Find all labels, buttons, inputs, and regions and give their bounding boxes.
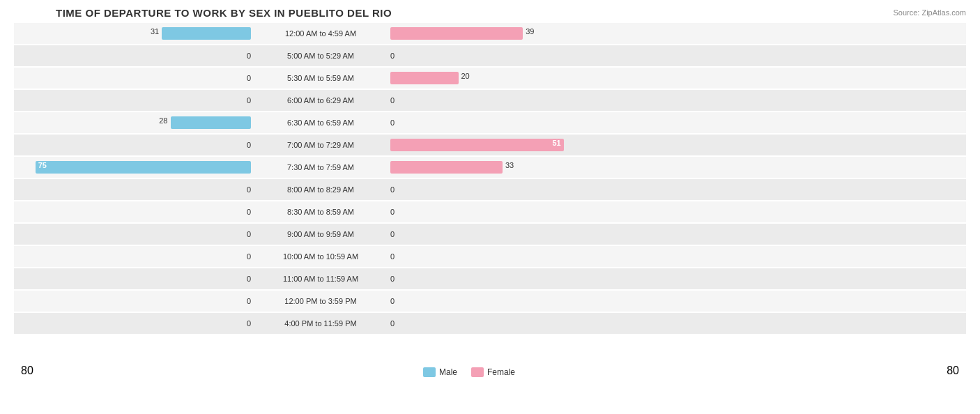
female-zero-value: 0 bbox=[390, 118, 395, 127]
left-section: 0 bbox=[14, 224, 251, 245]
time-label: 10:00 AM to 10:59 AM bbox=[251, 252, 390, 261]
female-bar: 51 bbox=[390, 139, 564, 151]
source-label: Source: ZipAtlas.com bbox=[893, 8, 966, 17]
female-value: 20 bbox=[459, 72, 470, 80]
legend-male-label: Male bbox=[439, 367, 457, 377]
time-label: 12:00 AM to 4:59 AM bbox=[251, 29, 390, 38]
legend-male: Male bbox=[423, 367, 457, 377]
male-zero-value: 0 bbox=[247, 275, 251, 283]
bar-row: 08:30 AM to 8:59 AM0 bbox=[14, 201, 966, 222]
male-value: 75 bbox=[38, 161, 47, 169]
female-value: 39 bbox=[523, 27, 534, 36]
right-section: 0 bbox=[390, 246, 669, 267]
legend-female-box bbox=[471, 367, 484, 377]
bar-row: 07:00 AM to 7:29 AM51 bbox=[14, 135, 966, 155]
bar-row: 06:00 AM to 6:29 AM0 bbox=[14, 90, 966, 111]
left-section: 0 bbox=[14, 45, 251, 66]
right-section: 51 bbox=[390, 135, 669, 155]
time-label: 4:00 PM to 11:59 PM bbox=[251, 319, 390, 328]
bar-row: 04:00 PM to 11:59 PM0 bbox=[14, 313, 966, 334]
female-zero-value: 0 bbox=[390, 252, 395, 261]
male-zero-value: 0 bbox=[247, 185, 251, 194]
male-zero-value: 0 bbox=[247, 52, 251, 60]
left-section: 0 bbox=[14, 201, 251, 222]
left-section: 0 bbox=[14, 268, 251, 289]
female-bar: 39 bbox=[390, 27, 523, 40]
bar-row: 286:30 AM to 6:59 AM0 bbox=[14, 112, 966, 133]
female-zero-value: 0 bbox=[390, 208, 395, 216]
female-zero-value: 0 bbox=[390, 96, 395, 105]
time-label: 6:00 AM to 6:29 AM bbox=[251, 96, 390, 105]
male-zero-value: 0 bbox=[247, 252, 251, 261]
left-section: 0 bbox=[14, 179, 251, 200]
female-zero-value: 0 bbox=[390, 275, 395, 283]
bar-row: 011:00 AM to 11:59 AM0 bbox=[14, 268, 966, 289]
bottom-row: 80 Male Female 80 bbox=[14, 365, 966, 377]
time-label: 12:00 PM to 3:59 PM bbox=[251, 297, 390, 305]
left-section: 0 bbox=[14, 90, 251, 111]
male-zero-value: 0 bbox=[247, 297, 251, 305]
female-zero-value: 0 bbox=[390, 52, 395, 60]
left-section: 0 bbox=[14, 135, 251, 155]
bar-row: 012:00 PM to 3:59 PM0 bbox=[14, 291, 966, 312]
time-label: 8:30 AM to 8:59 AM bbox=[251, 208, 390, 216]
time-label: 6:30 AM to 6:59 AM bbox=[251, 118, 390, 127]
time-label: 5:00 AM to 5:29 AM bbox=[251, 52, 390, 60]
axis-right-label: 80 bbox=[687, 365, 966, 377]
right-section: 0 bbox=[390, 45, 669, 66]
time-label: 8:00 AM to 8:29 AM bbox=[251, 185, 390, 194]
time-label: 9:00 AM to 9:59 AM bbox=[251, 230, 390, 238]
female-bar: 33 bbox=[390, 161, 503, 174]
left-section: 0 bbox=[14, 313, 251, 334]
female-value: 33 bbox=[503, 161, 514, 169]
female-bar: 20 bbox=[390, 72, 459, 84]
right-section: 0 bbox=[390, 179, 669, 200]
right-section: 0 bbox=[390, 313, 669, 334]
left-section: 75 bbox=[14, 157, 251, 178]
male-zero-value: 0 bbox=[247, 319, 251, 328]
male-zero-value: 0 bbox=[247, 141, 251, 149]
chart-container: TIME OF DEPARTURE TO WORK BY SEX IN PUEB… bbox=[0, 0, 980, 414]
bar-row: 09:00 AM to 9:59 AM0 bbox=[14, 224, 966, 245]
right-section: 39 bbox=[390, 23, 669, 44]
right-section: 0 bbox=[390, 112, 669, 133]
male-zero-value: 0 bbox=[247, 74, 251, 82]
legend: Male Female bbox=[423, 367, 515, 377]
female-zero-value: 0 bbox=[390, 319, 395, 328]
male-zero-value: 0 bbox=[247, 230, 251, 238]
right-section: 0 bbox=[390, 268, 669, 289]
bar-row: 05:30 AM to 5:59 AM20 bbox=[14, 68, 966, 89]
time-label: 5:30 AM to 5:59 AM bbox=[251, 74, 390, 82]
right-section: 0 bbox=[390, 90, 669, 111]
male-zero-value: 0 bbox=[247, 208, 251, 216]
time-label: 11:00 AM to 11:59 AM bbox=[251, 275, 390, 283]
female-zero-value: 0 bbox=[390, 185, 395, 194]
female-zero-value: 0 bbox=[390, 297, 395, 305]
male-value: 31 bbox=[151, 27, 162, 36]
left-section: 0 bbox=[14, 68, 251, 89]
left-section: 28 bbox=[14, 112, 251, 133]
legend-male-box bbox=[423, 367, 436, 377]
female-zero-value: 0 bbox=[390, 230, 395, 238]
right-section: 33 bbox=[390, 157, 669, 178]
male-bar: 31 bbox=[162, 27, 251, 40]
male-value: 28 bbox=[159, 116, 170, 125]
left-section: 31 bbox=[14, 23, 251, 44]
right-section: 0 bbox=[390, 224, 669, 245]
chart-title: TIME OF DEPARTURE TO WORK BY SEX IN PUEB… bbox=[14, 7, 966, 19]
bar-row: 010:00 AM to 10:59 AM0 bbox=[14, 246, 966, 267]
right-section: 0 bbox=[390, 201, 669, 222]
male-bar: 75 bbox=[36, 161, 251, 174]
axis-left-label: 80 bbox=[14, 365, 251, 377]
right-section: 0 bbox=[390, 291, 669, 312]
bar-row: 08:00 AM to 8:29 AM0 bbox=[14, 179, 966, 200]
bar-row: 757:30 AM to 7:59 AM33 bbox=[14, 157, 966, 178]
bar-row: 05:00 AM to 5:29 AM0 bbox=[14, 45, 966, 66]
bar-row: 3112:00 AM to 4:59 AM39 bbox=[14, 23, 966, 44]
time-label: 7:30 AM to 7:59 AM bbox=[251, 163, 390, 171]
chart-area: 3112:00 AM to 4:59 AM3905:00 AM to 5:29 … bbox=[14, 23, 966, 360]
time-label: 7:00 AM to 7:29 AM bbox=[251, 141, 390, 149]
legend-female: Female bbox=[471, 367, 515, 377]
male-zero-value: 0 bbox=[247, 96, 251, 105]
female-value: 51 bbox=[552, 139, 560, 147]
